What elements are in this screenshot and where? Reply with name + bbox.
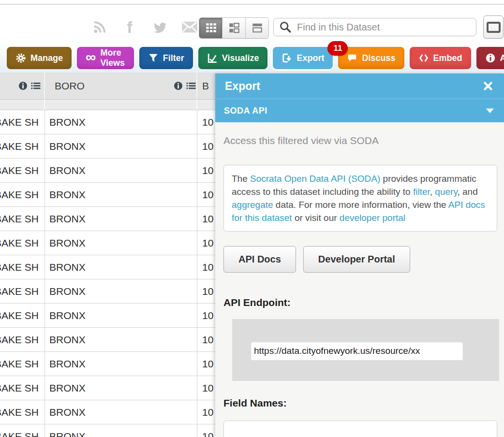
embed-button[interactable]: Embed xyxy=(410,47,471,69)
table-cell-dba[interactable]: BAKE SH xyxy=(0,400,45,424)
table-cell-boro[interactable]: BRONX xyxy=(45,110,197,134)
soda-api-link[interactable]: Socrata Open Data API (SODA) xyxy=(250,174,380,184)
table-cell-dba[interactable]: BAKE SH xyxy=(0,134,45,158)
table-cell-dba[interactable]: BAKE SH xyxy=(0,328,45,351)
fatrow-view-icon xyxy=(228,22,240,34)
soda-api-section-header[interactable]: SODA API xyxy=(215,99,504,122)
table-row[interactable]: BAKE SHBRONX10 xyxy=(0,328,252,352)
table-row[interactable]: BAKE SHBRONX10 xyxy=(0,134,252,159)
table-cell-dba[interactable]: BAKE SH xyxy=(0,424,45,437)
column-header-dba[interactable] xyxy=(0,73,45,99)
table-row[interactable]: BAKE SHBRONX10 xyxy=(0,352,252,376)
discuss-button[interactable]: 11 Discuss xyxy=(338,47,404,69)
discuss-label: Discuss xyxy=(362,53,395,63)
grid-view-button[interactable] xyxy=(199,18,222,38)
visualize-label: Visualize xyxy=(222,53,259,63)
page-view-button[interactable] xyxy=(246,18,268,38)
table-cell-dba[interactable]: BAKE SH xyxy=(0,352,45,376)
table-row[interactable]: BAKE SHBRONX10 xyxy=(0,231,252,255)
table-cell-dba[interactable]: BAKE SH xyxy=(0,183,45,206)
about-button[interactable]: About xyxy=(476,47,504,69)
export-button[interactable]: Export xyxy=(273,47,333,69)
aggregate-link[interactable]: aggregate xyxy=(232,200,273,210)
column-menu-icon[interactable] xyxy=(186,81,196,90)
filter-button[interactable]: Filter xyxy=(139,47,193,69)
panel-title: Export xyxy=(225,80,482,93)
table-cell-boro[interactable]: BRONX xyxy=(45,328,197,351)
page-view-icon xyxy=(251,22,264,34)
api-endpoint-box xyxy=(232,319,499,381)
query-link[interactable]: query xyxy=(435,187,457,197)
table-cell-boro[interactable]: BRONX xyxy=(45,376,197,400)
export-panel: Export SODA API Access this filtered vie… xyxy=(215,73,504,437)
table-cell-dba[interactable]: BAKE SH xyxy=(0,207,45,231)
table-row[interactable]: BAKE SHBRONX10 xyxy=(0,159,252,183)
infinity-icon: ∞ xyxy=(86,52,96,62)
table-cell-boro[interactable]: BRONX xyxy=(45,352,197,376)
speech-bubble-icon xyxy=(347,53,357,63)
api-endpoint-input[interactable] xyxy=(251,342,463,360)
table-cell-dba[interactable]: BAKE SH xyxy=(0,255,45,279)
manage-label: Manage xyxy=(30,53,63,63)
column-header-boro[interactable]: BORO xyxy=(45,73,197,99)
description-text: The xyxy=(232,174,250,184)
table-cell-boro[interactable]: BRONX xyxy=(45,159,197,182)
table-cell-boro[interactable]: BRONX xyxy=(45,255,197,279)
info-icon[interactable] xyxy=(18,81,28,90)
table-row[interactable]: BAKE SHBRONX10 xyxy=(0,207,252,231)
table-cell-dba[interactable]: BAKE SH xyxy=(0,304,45,327)
chevron-down-icon[interactable] xyxy=(485,105,495,116)
table-cell-boro[interactable]: BRONX xyxy=(45,134,197,158)
visualize-button[interactable]: Visualize xyxy=(198,47,268,69)
description-text: , and xyxy=(457,187,477,197)
gear-icon xyxy=(15,53,26,63)
table-row[interactable]: BAKE SHBRONX10 xyxy=(0,400,252,424)
table-cell-dba[interactable]: BAKE SH xyxy=(0,159,45,182)
table-cell-dba[interactable]: BAKE SH xyxy=(0,279,45,303)
manage-button[interactable]: Manage xyxy=(7,47,72,69)
soda-api-label: SODA API xyxy=(224,106,485,116)
table-rows: BAKE SHBRONX10BAKE SHBRONX10BAKE SHBRONX… xyxy=(0,110,252,437)
api-docs-button[interactable]: API Docs xyxy=(223,246,296,273)
table-cell-dba[interactable]: BAKE SH xyxy=(0,110,45,134)
twitter-icon[interactable] xyxy=(151,18,168,36)
table-row[interactable]: BAKE SHBRONX10 xyxy=(0,279,252,304)
table-cell-boro[interactable]: BRONX xyxy=(45,279,197,303)
table-cell-boro[interactable]: BRONX xyxy=(45,231,197,255)
about-label: About xyxy=(500,53,504,63)
column-menu-icon[interactable] xyxy=(30,81,41,90)
chart-icon xyxy=(207,53,218,63)
table-cell-boro[interactable]: BRONX xyxy=(45,207,197,231)
table-cell-boro[interactable]: BRONX xyxy=(45,183,197,206)
info-icon[interactable] xyxy=(174,81,183,90)
column-title: BORO xyxy=(55,80,171,92)
facebook-icon[interactable]: f xyxy=(121,18,138,36)
api-button-row: API Docs Developer Portal xyxy=(223,246,496,273)
grid-filter-row xyxy=(0,100,252,110)
table-cell-dba[interactable]: BAKE SH xyxy=(0,376,45,400)
email-icon[interactable] xyxy=(181,18,198,36)
table-cell-dba[interactable]: BAKE SH xyxy=(0,231,45,255)
more-views-button[interactable]: ∞ More Views xyxy=(77,47,134,69)
table-cell-boro[interactable]: BRONX xyxy=(45,400,197,424)
table-row[interactable]: BAKE SHBRONX10 xyxy=(0,255,252,279)
dataset-page: f xyxy=(0,0,504,437)
table-row[interactable]: BAKE SHBRONX10 xyxy=(0,424,252,437)
developer-portal-button[interactable]: Developer Portal xyxy=(303,246,410,273)
action-button-row: Manage ∞ More Views Filter Visualize Exp… xyxy=(0,43,504,73)
table-row[interactable]: BAKE SHBRONX10 xyxy=(0,183,252,207)
rss-icon[interactable] xyxy=(91,18,108,36)
table-cell-boro[interactable]: BRONX xyxy=(45,304,197,327)
fatrow-view-button[interactable] xyxy=(222,18,246,38)
table-row[interactable]: BAKE SHBRONX10 xyxy=(0,304,252,328)
close-icon[interactable] xyxy=(482,80,494,92)
table-row[interactable]: BAKE SHBRONX10 xyxy=(0,110,252,134)
filter-link[interactable]: filter xyxy=(413,187,430,197)
table-cell-boro[interactable]: BRONX xyxy=(45,424,197,437)
search-input[interactable] xyxy=(296,21,471,33)
table-row[interactable]: BAKE SHBRONX10 xyxy=(0,376,252,400)
developer-portal-link[interactable]: developer portal xyxy=(340,213,405,223)
fullscreen-button[interactable] xyxy=(483,15,504,39)
data-grid: BORO B BAKE SHBRONX10BAKE SHBRONX10BAKE … xyxy=(0,73,252,437)
code-brackets-icon xyxy=(418,53,429,63)
